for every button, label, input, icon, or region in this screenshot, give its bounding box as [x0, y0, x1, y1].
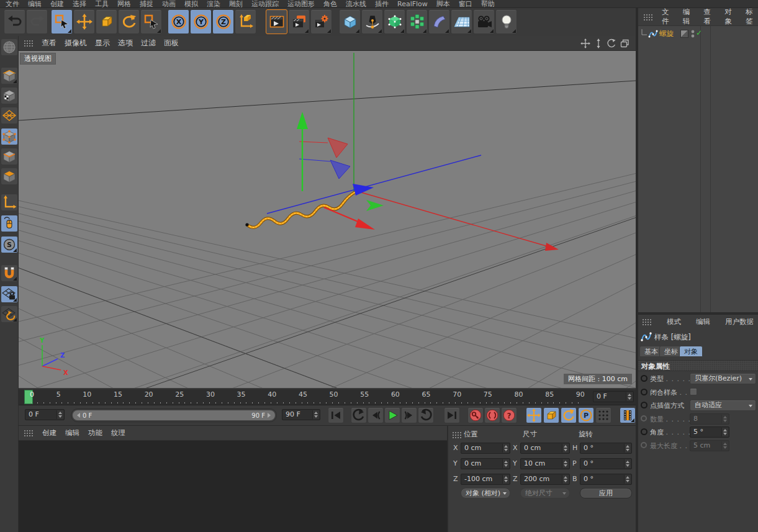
- z-axis-lock-button[interactable]: Z: [212, 9, 234, 34]
- menu-render[interactable]: 渲染: [202, 0, 225, 8]
- prev-frame-button[interactable]: [368, 407, 384, 423]
- anim-circle-interpolation[interactable]: [641, 402, 647, 408]
- edge-mode-button[interactable]: [1, 148, 18, 165]
- spinner-arrows[interactable]: [56, 410, 63, 419]
- model-mode-button[interactable]: [1, 67, 18, 84]
- menu-script[interactable]: 脚本: [432, 0, 454, 8]
- mat-menu-edit[interactable]: 编辑: [65, 428, 79, 438]
- play-button[interactable]: [384, 407, 400, 423]
- viewport-canvas[interactable]: Y Z X 透视视图 网格间距 : 100 cm: [19, 51, 636, 388]
- size-x-input[interactable]: 0 cm: [520, 443, 570, 454]
- keyframe-selection-button[interactable]: ?: [501, 407, 517, 423]
- close-spline-checkbox[interactable]: [690, 388, 697, 395]
- spinner-arrows[interactable]: [626, 392, 633, 401]
- om-menu-view[interactable]: 查看: [704, 7, 716, 26]
- rotate-tool-button[interactable]: [118, 9, 140, 34]
- axis-mode-button[interactable]: [1, 194, 18, 211]
- coord-mode-dropdown[interactable]: 对象 (相对): [461, 488, 510, 498]
- workplane-mode-button[interactable]: [1, 107, 18, 124]
- vp-menu-panel[interactable]: 面板: [164, 38, 179, 48]
- snapping-magnet-button[interactable]: [1, 264, 18, 282]
- am-menu-edit[interactable]: 编辑: [696, 317, 710, 327]
- deformer-button[interactable]: [428, 9, 450, 34]
- om-menu-file[interactable]: 文件: [662, 7, 674, 26]
- primitive-cube-button[interactable]: [339, 9, 361, 34]
- vp-menu-camera[interactable]: 摄像机: [65, 38, 87, 48]
- record-keyframe-button[interactable]: [467, 407, 484, 423]
- size-z-input[interactable]: 200 cm: [520, 474, 570, 485]
- vp-menu-view[interactable]: 查看: [42, 38, 56, 48]
- ruler-frame-spinner[interactable]: 0 F: [593, 391, 634, 402]
- am-menu-userdata[interactable]: 用户数据: [725, 317, 754, 327]
- render-view-button[interactable]: [266, 9, 287, 34]
- menu-mograph[interactable]: 运动图形: [283, 0, 319, 8]
- light-button[interactable]: [495, 9, 517, 34]
- mat-menu-texture[interactable]: 纹理: [111, 428, 125, 438]
- record-rotation-button[interactable]: [561, 407, 577, 423]
- menu-edit[interactable]: 编辑: [24, 0, 46, 8]
- am-menu-mode[interactable]: 模式: [667, 317, 681, 327]
- coordinates-handle[interactable]: [452, 431, 462, 438]
- prev-key-button[interactable]: [351, 407, 367, 423]
- layer-icon[interactable]: [680, 30, 688, 38]
- vp-menu-filter[interactable]: 过滤: [141, 38, 156, 48]
- record-point-level-button[interactable]: [595, 407, 611, 423]
- subdivision-surface-button[interactable]: [384, 9, 405, 34]
- make-editable-button[interactable]: [1, 38, 18, 56]
- redo-button[interactable]: [26, 9, 48, 34]
- om-menu-handle[interactable]: [643, 14, 653, 20]
- mograph-button[interactable]: [406, 9, 428, 34]
- render-picture-viewer-button[interactable]: [288, 9, 310, 34]
- menu-select[interactable]: 选择: [68, 0, 91, 8]
- recent-selection-button[interactable]: [140, 9, 162, 34]
- menu-window[interactable]: 窗口: [454, 0, 477, 8]
- anim-circle-angle[interactable]: [641, 428, 647, 435]
- vp-menu-options[interactable]: 选项: [118, 38, 133, 48]
- timeline-range-slider[interactable]: 0 F90 F: [71, 408, 277, 422]
- viewport-pan-icon[interactable]: [580, 38, 590, 48]
- mat-menu-function[interactable]: 功能: [88, 428, 102, 438]
- anim-circle-type[interactable]: [641, 375, 647, 382]
- visibility-dots[interactable]: [691, 29, 695, 38]
- pos-x-input[interactable]: 0 cm: [461, 443, 510, 454]
- menu-character[interactable]: 角色: [319, 0, 341, 8]
- apply-button[interactable]: 应用: [580, 488, 632, 498]
- object-name[interactable]: 螺旋: [659, 29, 674, 38]
- object-enabled-check[interactable]: ✓: [696, 29, 702, 37]
- rot-b-input[interactable]: 0 °: [580, 474, 632, 485]
- camera-button[interactable]: [473, 9, 495, 34]
- next-key-button[interactable]: [418, 407, 434, 423]
- angle-input[interactable]: 5 °: [690, 426, 729, 438]
- timeline-film-button[interactable]: [620, 407, 636, 423]
- menu-plugins[interactable]: 插件: [371, 0, 393, 8]
- y-axis-lock-button[interactable]: Y: [190, 9, 212, 34]
- spinner-arrows[interactable]: [312, 410, 319, 419]
- material-menu-handle[interactable]: [24, 430, 34, 436]
- rot-p-input[interactable]: 0 °: [580, 458, 632, 469]
- viewport-maximize-icon[interactable]: [620, 38, 629, 48]
- rot-h-input[interactable]: 0 °: [580, 443, 632, 454]
- size-y-input[interactable]: 10 cm: [520, 458, 570, 469]
- size-mode-dropdown[interactable]: 绝对尺寸: [520, 488, 570, 498]
- menu-motion-tracker[interactable]: 运动跟踪: [247, 0, 283, 8]
- viewport-scene[interactable]: Y Z X: [19, 51, 636, 388]
- menu-file[interactable]: 文件: [1, 0, 24, 8]
- pos-y-input[interactable]: 0 cm: [461, 458, 510, 469]
- snap-s-button[interactable]: S: [1, 236, 18, 253]
- render-settings-button[interactable]: [310, 9, 332, 34]
- live-selection-button[interactable]: [51, 9, 73, 34]
- record-position-button[interactable]: [526, 407, 542, 423]
- om-menu-object[interactable]: 对象: [724, 7, 737, 26]
- anim-circle-close[interactable]: [641, 389, 647, 395]
- next-frame-button[interactable]: [401, 407, 417, 423]
- environment-floor-button[interactable]: [451, 9, 472, 34]
- vp-menu-display[interactable]: 显示: [95, 38, 110, 48]
- menu-animate[interactable]: 动画: [158, 0, 180, 8]
- record-parameter-button[interactable]: P: [578, 407, 594, 423]
- om-menu-edit[interactable]: 编辑: [683, 7, 695, 26]
- viewport-view-label[interactable]: 透视视图: [20, 53, 56, 65]
- menu-simulate[interactable]: 模拟: [180, 0, 202, 8]
- menu-pipeline[interactable]: 流水线: [341, 0, 371, 8]
- interpolation-dropdown[interactable]: 自动适应: [690, 400, 756, 411]
- coordinate-system-button[interactable]: [235, 9, 256, 34]
